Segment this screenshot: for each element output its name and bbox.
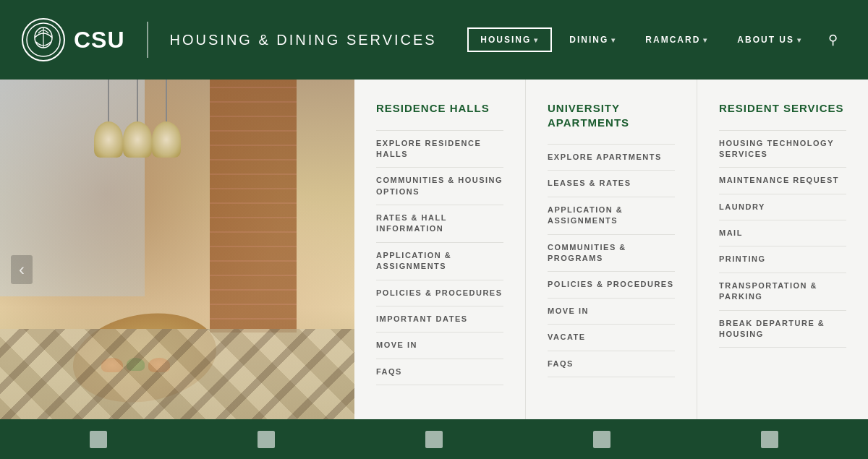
- hero-background: [0, 80, 354, 459]
- maintenance-request-link[interactable]: MAINTENANCE REQUEST: [719, 168, 846, 194]
- search-button[interactable]: ⚲: [820, 26, 846, 53]
- site-header: CSU HOUSING & DINING SERVICES HOUSING ▾ …: [0, 0, 868, 80]
- rates-hall-information-link[interactable]: RATES & HALL INFORMATION: [376, 205, 503, 243]
- housing-dropdown-menu: RESIDENCE HALLS EXPLORE RESIDENCE HALLS …: [354, 80, 868, 459]
- bottom-icon-3[interactable]: [425, 431, 443, 448]
- printing-link[interactable]: PRINTING: [719, 246, 846, 273]
- bottom-icon-shape-4: [593, 431, 610, 448]
- brick-wall: [210, 80, 297, 333]
- housing-chevron-icon: ▾: [534, 36, 539, 44]
- explore-apartments-link[interactable]: EXPLORE APARTMENTS: [548, 144, 675, 171]
- pendant-light-1: [94, 80, 123, 158]
- bottom-icon-shape-2: [258, 431, 275, 448]
- faqs-rh-link[interactable]: FAQS: [376, 359, 503, 385]
- housing-technology-services-link[interactable]: HOUSING TECHNOLOGY SERVICES: [719, 130, 846, 168]
- explore-residence-halls-link[interactable]: EXPLORE RESIDENCE HALLS: [376, 130, 503, 168]
- move-in-ua-link[interactable]: MOVE IN: [548, 299, 675, 325]
- nav-dining[interactable]: DINING ▾: [558, 29, 628, 51]
- mail-link[interactable]: MAIL: [719, 220, 846, 246]
- nav-ramcard[interactable]: RAMCARD ▾: [634, 29, 720, 51]
- bottom-icon-1[interactable]: [90, 431, 107, 448]
- nav-housing[interactable]: HOUSING ▾: [467, 27, 552, 52]
- search-icon: ⚲: [828, 33, 838, 47]
- resident-services-column: RESIDENT SERVICES HOUSING TECHNOLOGY SER…: [697, 80, 868, 459]
- carousel-prev-button[interactable]: ‹: [11, 255, 33, 284]
- move-in-rh-link[interactable]: MOVE IN: [376, 333, 503, 359]
- csu-wordmark: CSU: [74, 27, 125, 53]
- pendant-light-3: [152, 80, 181, 158]
- residence-halls-title: RESIDENCE HALLS: [376, 101, 503, 116]
- university-apartments-title: UNIVERSITY APARTMENTS: [548, 101, 675, 129]
- policies-procedures-ua-link[interactable]: POLICIES & PROCEDURES: [548, 272, 675, 298]
- resident-services-title: RESIDENT SERVICES: [719, 101, 846, 116]
- csu-logo[interactable]: [22, 18, 65, 61]
- about-chevron-icon: ▾: [797, 36, 802, 44]
- communities-housing-options-link[interactable]: COMMUNITIES & HOUSING OPTIONS: [376, 168, 503, 205]
- main-nav: HOUSING ▾ DINING ▾ RAMCARD ▾ ABOUT US ▾ …: [467, 26, 846, 53]
- bottom-icon-4[interactable]: [593, 431, 610, 448]
- break-departure-housing-link[interactable]: BREAK DEPARTURE & HOUSING: [719, 311, 846, 348]
- application-assignments-rh-link[interactable]: APPLICATION & ASSIGNMENTS: [376, 243, 503, 280]
- communities-programs-link[interactable]: COMMUNITIES & PROGRAMS: [548, 235, 675, 273]
- university-apartments-column: UNIVERSITY APARTMENTS EXPLORE APARTMENTS…: [526, 80, 697, 459]
- header-divider: [147, 22, 148, 58]
- bottom-icon-5[interactable]: [761, 431, 778, 448]
- hero-image: ‹: [0, 80, 354, 459]
- logo-area: CSU HOUSING & DINING SERVICES: [22, 18, 437, 61]
- bottom-icon-shape-5: [761, 431, 778, 448]
- bottom-icon-2[interactable]: [258, 431, 275, 448]
- ramcard-chevron-icon: ▾: [703, 36, 708, 44]
- site-title: HOUSING & DINING SERVICES: [170, 32, 437, 48]
- faqs-ua-link[interactable]: FAQS: [548, 351, 675, 377]
- application-assignments-ua-link[interactable]: APPLICATION & ASSIGNMENTS: [548, 197, 675, 235]
- vacate-link[interactable]: VACATE: [548, 325, 675, 351]
- main-content: ‹ RESIDENCE HALLS EXPLORE RESIDENCE HALL…: [0, 80, 868, 459]
- laundry-link[interactable]: LAUNDRY: [719, 194, 846, 220]
- residence-halls-column: RESIDENCE HALLS EXPLORE RESIDENCE HALLS …: [354, 80, 526, 459]
- policies-procedures-rh-link[interactable]: POLICIES & PROCEDURES: [376, 280, 503, 306]
- dining-chevron-icon: ▾: [611, 36, 616, 44]
- bottom-icon-shape-3: [425, 431, 443, 448]
- bottom-icon-shape-1: [90, 431, 107, 448]
- pendant-light-2: [123, 80, 152, 158]
- nav-about[interactable]: ABOUT US ▾: [726, 29, 814, 51]
- important-dates-link[interactable]: IMPORTANT DATES: [376, 306, 503, 333]
- transportation-parking-link[interactable]: TRANSPORTATION & PARKING: [719, 273, 846, 311]
- leases-rates-link[interactable]: LEASES & RATES: [548, 171, 675, 197]
- bottom-bar: [0, 419, 868, 459]
